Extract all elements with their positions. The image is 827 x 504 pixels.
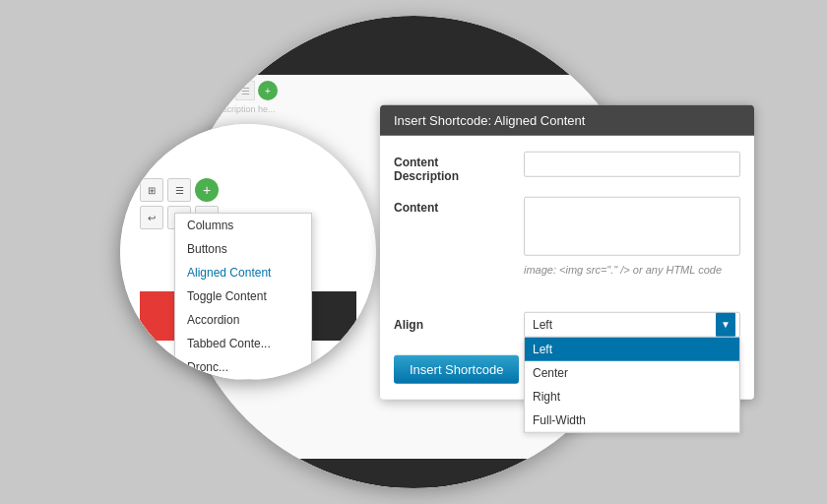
insert-shortcode-btn[interactable]: Insert Shortcode xyxy=(394,354,519,383)
content-description-label: ContentDescription xyxy=(394,152,512,183)
shortcode-menu: Columns Buttons Aligned Content Toggle C… xyxy=(174,213,312,380)
content-textarea-area: image: <img src="." /> or any HTML code xyxy=(524,197,740,279)
content-description-input[interactable] xyxy=(524,152,740,177)
menu-item-dronc[interactable]: Dronc... xyxy=(175,355,311,379)
content-label: Content xyxy=(394,197,512,215)
menu-item-tabbed-content[interactable]: Tabbed Conte... xyxy=(175,332,311,355)
menu-item-columns[interactable]: Columns xyxy=(175,214,311,237)
align-selected-value: Left xyxy=(529,317,716,331)
align-option-center[interactable]: Center xyxy=(525,360,739,384)
align-select-container: Left ▼ Left Center Right Full-Width xyxy=(524,311,740,337)
insert-shortcode-dialog: Insert Shortcode: Aligned Content Conten… xyxy=(380,105,754,400)
align-dropdown: Left Center Right Full-Width xyxy=(524,337,740,432)
add-shortcode-btn[interactable]: + xyxy=(195,178,219,202)
dialog-title: Insert Shortcode: Aligned Content xyxy=(394,113,585,128)
align-dropdown-arrow[interactable]: ▼ xyxy=(716,312,735,336)
small-circle: ⊞ ☰ + ↩ ↪ ? Columns Buttons Aligned Cont… xyxy=(120,124,376,380)
align-label: Align xyxy=(394,317,512,331)
grid-icon-btn[interactable]: ⊞ xyxy=(140,178,163,202)
undo-btn[interactable]: ↩ xyxy=(140,206,163,229)
menu-item-buttons[interactable]: Buttons xyxy=(175,237,311,261)
align-option-left[interactable]: Left xyxy=(525,337,739,360)
content-input[interactable] xyxy=(524,197,740,256)
align-option-right[interactable]: Right xyxy=(525,384,739,408)
align-select-box[interactable]: Left ▼ xyxy=(524,311,740,337)
align-row: Align Left ▼ Left Center Right Full-Widt… xyxy=(394,311,740,337)
menu-item-accordion[interactable]: Accordion xyxy=(175,308,311,332)
content-hint: image: <img src="." /> or any HTML code xyxy=(524,260,740,279)
content-row: Content image: <img src="." /> or any HT… xyxy=(394,197,740,279)
menu-item-toggle-content[interactable]: Toggle Content xyxy=(175,284,311,308)
toolbar-row-1: ⊞ ☰ + xyxy=(140,178,366,202)
align-option-full-width[interactable]: Full-Width xyxy=(525,408,739,431)
align-spacer xyxy=(394,291,740,311)
dialog-header: Insert Shortcode: Aligned Content xyxy=(380,105,754,136)
menu-item-aligned-content[interactable]: Aligned Content xyxy=(175,261,311,284)
dialog-body: ContentDescription Content image: <img s… xyxy=(380,136,754,400)
content-description-row: ContentDescription xyxy=(394,152,740,183)
list-icon-btn[interactable]: ☰ xyxy=(167,178,191,202)
small-circle-inner: ⊞ ☰ + ↩ ↪ ? Columns Buttons Aligned Cont… xyxy=(120,124,376,380)
